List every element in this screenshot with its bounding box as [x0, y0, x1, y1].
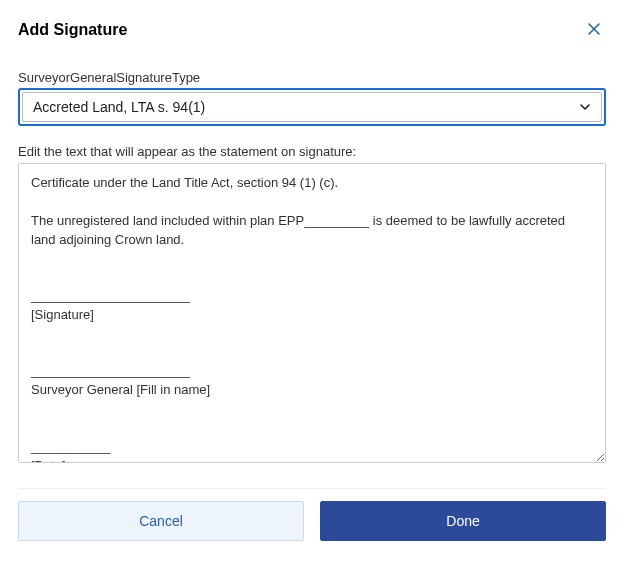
dialog-title: Add Signature [18, 21, 127, 39]
close-button[interactable] [582, 18, 606, 42]
statement-instruction: Edit the text that will appear as the st… [18, 144, 606, 159]
dialog-header: Add Signature [18, 18, 606, 42]
footer-divider [18, 488, 606, 489]
signature-type-label: SurveyorGeneralSignatureType [18, 70, 606, 85]
cancel-button[interactable]: Cancel [18, 501, 304, 541]
signature-type-selected-value: Accreted Land, LTA s. 94(1) [22, 92, 602, 122]
statement-textarea[interactable] [18, 163, 606, 463]
close-icon [586, 19, 602, 41]
signature-type-select[interactable]: Accreted Land, LTA s. 94(1) [18, 88, 606, 126]
dialog-footer: Cancel Done [18, 501, 606, 541]
done-button[interactable]: Done [320, 501, 606, 541]
